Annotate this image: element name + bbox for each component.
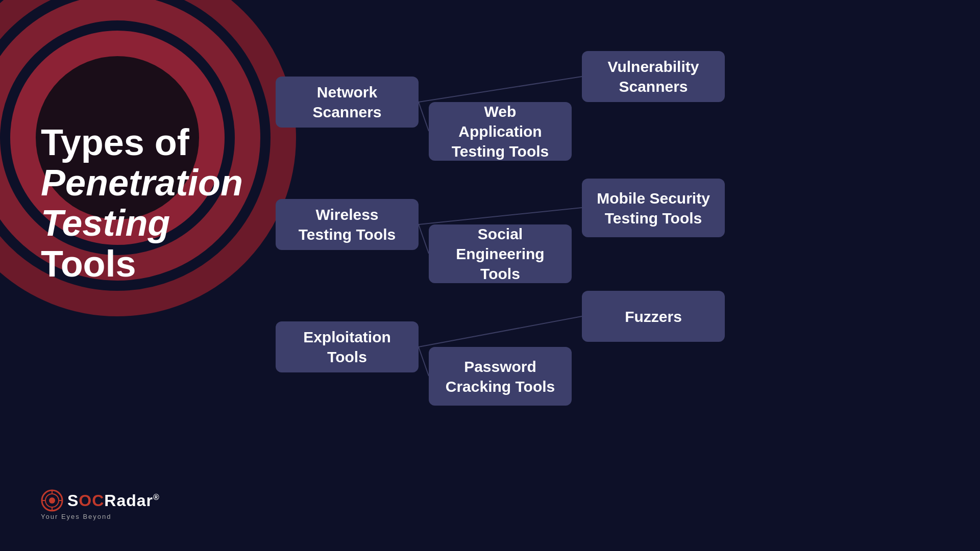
cards-area: Network Scanners Web ApplicationTesting …	[276, 31, 960, 520]
title-line3: Testing	[41, 203, 255, 243]
svg-line-11	[419, 347, 429, 376]
card-fuzzers-label: Fuzzers	[625, 307, 682, 327]
card-web-application: Web ApplicationTesting Tools	[429, 102, 572, 161]
logo: SOCRadar® Your Eyes Beyond	[41, 489, 160, 520]
title-line1: Types of	[41, 122, 255, 163]
card-social-engineering-label: Social EngineeringTools	[443, 224, 557, 284]
card-fuzzers: Fuzzers	[582, 291, 725, 342]
card-network-scanners-label: Network Scanners	[290, 82, 404, 122]
logo-icon	[41, 489, 63, 512]
svg-line-9	[419, 224, 429, 254]
title-line2: Penetration	[41, 163, 255, 203]
card-password-cracking-label: PasswordCracking Tools	[446, 357, 555, 396]
card-password-cracking: PasswordCracking Tools	[429, 347, 572, 406]
logo-s: S	[67, 491, 79, 510]
logo-reg: ®	[153, 493, 160, 502]
card-wireless-testing-label: Wireless Testing Tools	[290, 205, 404, 244]
card-wireless-testing: Wireless Testing Tools	[276, 199, 419, 250]
card-vulnerability-scanners: Vulnerability Scanners	[582, 51, 725, 102]
svg-line-8	[419, 77, 582, 102]
card-mobile-security: Mobile SecurityTesting Tools	[582, 179, 725, 237]
logo-radar: Radar	[104, 491, 153, 510]
card-web-application-label: Web ApplicationTesting Tools	[443, 102, 557, 161]
svg-point-2	[49, 497, 55, 504]
svg-line-12	[419, 316, 582, 347]
svg-line-7	[419, 102, 429, 131]
card-network-scanners: Network Scanners	[276, 77, 419, 128]
card-social-engineering: Social EngineeringTools	[429, 224, 572, 283]
svg-line-10	[419, 208, 582, 224]
logo-wrapper: SOCRadar®	[41, 489, 160, 512]
logo-oc: OC	[79, 491, 104, 510]
card-vulnerability-scanners-label: Vulnerability Scanners	[596, 57, 710, 96]
logo-tagline: Your Eyes Beyond	[41, 513, 111, 520]
title-line4: Tools	[41, 244, 255, 284]
card-exploitation-tools-label: Exploitation Tools	[290, 327, 404, 367]
logo-text: SOCRadar®	[67, 491, 160, 510]
card-mobile-security-label: Mobile SecurityTesting Tools	[597, 188, 710, 228]
card-exploitation-tools: Exploitation Tools	[276, 321, 419, 372]
title-area: Types of Penetration Testing Tools	[41, 122, 255, 284]
